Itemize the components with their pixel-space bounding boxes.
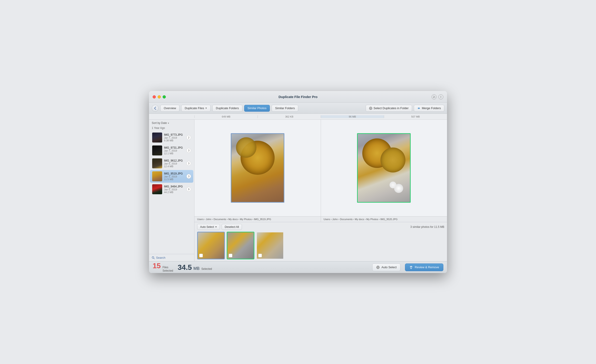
- sidebar-date-9773: Jan 7, 2019: [164, 136, 185, 139]
- sort-chevron-icon: ▾: [168, 122, 169, 124]
- sidebar-badge-9519: 3: [186, 174, 191, 179]
- sidebar-list: IMG_9773.JPG Jan 7, 2019 9.38 MB 2 IMG_9…: [149, 131, 194, 254]
- left-photo-breadcrumb: Users › John › Documents › My docs › My …: [194, 216, 321, 222]
- sidebar-filename-9731: IMG_9731.JPG: [164, 146, 185, 149]
- sidebar-date-9612: Jan 6, 2019: [164, 162, 185, 165]
- files-count: 15: [153, 262, 161, 269]
- sidebar-item-9519[interactable]: IMG_9519.JPG Jan 5, 2019 11.5 MB 3: [150, 170, 193, 183]
- sidebar-filename-9519: IMG_9519.JPG: [164, 172, 185, 175]
- titlebar: Duplicate File Finder Pro i: [149, 91, 447, 103]
- content-panel: Users › John › Documents › My docs › My …: [194, 120, 447, 261]
- sidebar: Sort by Date ▾ 1 Year Ago IMG_9773.JPG J…: [149, 120, 194, 261]
- close-button[interactable]: [153, 95, 156, 98]
- trash-icon: [409, 266, 413, 269]
- thumb-card-3[interactable]: [256, 232, 284, 259]
- sidebar-size-9464: 44.2 MB: [164, 191, 185, 194]
- size-3: 96 MB: [321, 115, 384, 118]
- sidebar-size-9773: 9.38 MB: [164, 139, 185, 142]
- sidebar-info-9773: IMG_9773.JPG Jan 7, 2019 9.38 MB: [164, 133, 185, 142]
- thumb-card-1[interactable]: [197, 232, 225, 259]
- search-button[interactable]: Search: [149, 254, 194, 261]
- files-label-2: Selected: [163, 269, 173, 272]
- duplicate-folders-button[interactable]: Duplicate Folders: [212, 105, 242, 112]
- auto-select-icon: [376, 266, 380, 269]
- select-duplicates-button[interactable]: Select Duplicates in Folder: [366, 105, 412, 112]
- thumb-checkbox-3[interactable]: [258, 254, 262, 257]
- auto-select-bar: Auto Select ▼ Deselect All 3 similar pho…: [197, 224, 444, 230]
- sidebar-info-9612: IMG_9612.JPG Jan 6, 2019 12.4 MB: [164, 159, 185, 168]
- thumb-strip: [197, 232, 444, 259]
- size-2: 362 KB: [258, 115, 321, 118]
- left-photo-area: [227, 120, 288, 216]
- thumb-card-2[interactable]: [227, 232, 254, 259]
- thumb-9731: [152, 146, 162, 155]
- duplicate-files-button[interactable]: Duplicate Files ▼: [181, 105, 210, 112]
- search-icon: [152, 256, 155, 259]
- thumb-9519: [152, 171, 162, 181]
- sidebar-badge-9612: 3: [186, 161, 191, 166]
- rss-icon[interactable]: [432, 95, 437, 99]
- svg-point-10: [377, 267, 378, 268]
- auto-select-button[interactable]: Auto Select ▼: [197, 224, 220, 230]
- svg-point-9: [377, 266, 379, 269]
- size-subheader: 649 MB 362 KB 96 MB 507 MB: [149, 114, 447, 120]
- maximize-button[interactable]: [163, 95, 166, 98]
- sidebar-size-9519: 11.5 MB: [164, 178, 185, 181]
- review-remove-button[interactable]: Review & Remove: [405, 263, 443, 271]
- toolbar: Overview Duplicate Files ▼ Duplicate Fol…: [149, 103, 447, 114]
- thumb-9612: [152, 158, 162, 168]
- deselect-all-button[interactable]: Deselect All: [222, 224, 242, 230]
- size-4: 507 MB: [384, 115, 447, 118]
- left-photo-frame: [231, 133, 284, 203]
- sidebar-badge-9731: 3: [186, 148, 191, 153]
- window-title: Duplicate File Finder Pro: [278, 95, 318, 99]
- main-content: Sort by Date ▾ 1 Year Ago IMG_9773.JPG J…: [149, 120, 447, 261]
- sort-button[interactable]: Sort by Date ▾: [149, 120, 194, 125]
- status-files: 15 Files Selected: [153, 262, 173, 272]
- sidebar-info-9731: IMG_9731.JPG Jan 7, 2019 12.1 MB: [164, 146, 185, 155]
- left-photo-panel: Users › John › Documents › My docs › My …: [194, 120, 321, 222]
- sidebar-size-9731: 12.1 MB: [164, 152, 185, 155]
- files-label-1: Files: [163, 266, 173, 269]
- photo-compare: Users › John › Documents › My docs › My …: [194, 120, 447, 222]
- svg-line-8: [154, 258, 155, 259]
- similar-info: 3 similar photos for 11.5 MB: [410, 225, 444, 228]
- similar-photos-button[interactable]: Similar Photos: [244, 105, 270, 112]
- sidebar-item-9773[interactable]: IMG_9773.JPG Jan 7, 2019 9.38 MB 2: [150, 131, 193, 144]
- auto-select-status-button[interactable]: Auto Select: [372, 263, 401, 271]
- sidebar-section-label: 1 Year Ago: [149, 125, 194, 131]
- svg-point-2: [370, 108, 371, 109]
- sidebar-info-9464: IMG_9464.JPG Jan 5, 2019 44.2 MB: [164, 185, 185, 194]
- sidebar-item-9612[interactable]: IMG_9612.JPG Jan 6, 2019 12.4 MB 3: [150, 157, 193, 170]
- right-photo-breadcrumb: Users › John › Documents › My docs › My …: [321, 216, 447, 222]
- info-icon[interactable]: i: [438, 95, 443, 99]
- status-mb: 34.5 MB Selected: [178, 264, 212, 271]
- sidebar-item-9464[interactable]: IMG_9464.JPG Jan 5, 2019 44.2 MB 9: [150, 183, 193, 196]
- mb-count: 34.5: [178, 264, 192, 271]
- traffic-lights: [153, 95, 166, 98]
- merge-folders-button[interactable]: Merge Folders: [414, 105, 444, 112]
- svg-point-0: [433, 97, 434, 98]
- thumb-checkbox-2[interactable]: [229, 254, 232, 257]
- overview-button[interactable]: Overview: [160, 105, 179, 112]
- similar-folders-button[interactable]: Similar Folders: [272, 105, 298, 112]
- mb-unit: MB: [194, 266, 200, 271]
- sidebar-size-9612: 12.4 MB: [164, 165, 185, 168]
- minimize-button[interactable]: [158, 95, 161, 98]
- right-photo-area: [353, 120, 414, 216]
- thumb-9773: [152, 132, 162, 143]
- sidebar-filename-9464: IMG_9464.JPG: [164, 185, 185, 188]
- sidebar-date-9464: Jan 5, 2019: [164, 188, 185, 191]
- right-photo-panel: Users › John › Documents › My docs › My …: [321, 120, 447, 222]
- sidebar-item-9731[interactable]: IMG_9731.JPG Jan 7, 2019 12.1 MB 3: [150, 144, 193, 157]
- mb-selected-label: Selected: [201, 267, 212, 270]
- thumb-checkbox-1[interactable]: [199, 254, 203, 257]
- sidebar-date-9519: Jan 5, 2019: [164, 175, 185, 178]
- auto-select-dropdown-icon: ▼: [215, 226, 217, 228]
- back-button[interactable]: [152, 105, 158, 112]
- right-photo-frame: [357, 133, 411, 203]
- dropdown-arrow-icon: ▼: [205, 107, 207, 109]
- sidebar-filename-9612: IMG_9612.JPG: [164, 159, 185, 162]
- sidebar-info-9519: IMG_9519.JPG Jan 5, 2019 11.5 MB: [164, 172, 185, 181]
- sidebar-badge-9464: 9: [186, 187, 191, 191]
